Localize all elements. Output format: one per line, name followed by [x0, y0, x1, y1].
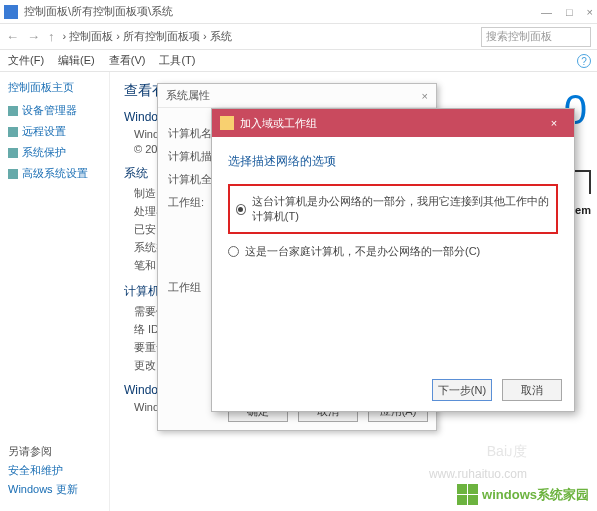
option-label: 这是一台家庭计算机，不是办公网络的一部分(C): [245, 244, 480, 259]
wizard-prompt: 选择描述网络的选项: [228, 153, 558, 170]
site-logo: windows系统家园: [457, 484, 589, 505]
back-button[interactable]: ←: [6, 29, 19, 44]
sidebar-item-label: 远程设置: [22, 124, 66, 139]
watermark-baidu: Baiᴊ度: [487, 443, 527, 461]
menu-view[interactable]: 查看(V): [109, 53, 146, 68]
app-icon: [4, 5, 18, 19]
option-home-computer[interactable]: 这是一台家庭计算机，不是办公网络的一部分(C): [228, 244, 558, 259]
watermark-url: www.ruhaituo.com: [429, 467, 527, 481]
control-panel-home-link[interactable]: 控制面板主页: [8, 80, 101, 95]
menu-file[interactable]: 文件(F): [8, 53, 44, 68]
next-button[interactable]: 下一步(N): [432, 379, 492, 401]
window-title: 控制面板\所有控制面板项\系统: [24, 4, 173, 19]
dialog-title: 加入域或工作组: [240, 116, 317, 131]
dialog-title: 系统属性: [166, 88, 210, 103]
dialog-close-icon[interactable]: ×: [542, 117, 566, 129]
left-sidebar: 控制面板主页 设备管理器 远程设置 系统保护 高级系统设置 另请参阅 安全和维护…: [0, 72, 110, 511]
sidebar-item-protection[interactable]: 系统保护: [8, 145, 101, 160]
cancel-button[interactable]: 取消: [502, 379, 562, 401]
option-office-network[interactable]: 这台计算机是办公网络的一部分，我用它连接到其他工作中的计算机(T): [236, 194, 550, 224]
highlight-box: 这台计算机是办公网络的一部分，我用它连接到其他工作中的计算机(T): [228, 184, 558, 234]
link-security[interactable]: 安全和维护: [8, 463, 78, 478]
radio-icon: [236, 204, 246, 215]
menu-tools[interactable]: 工具(T): [159, 53, 195, 68]
site-logo-text: windows系统家园: [482, 486, 589, 504]
nav-toolbar: ← → ↑ › 控制面板 › 所有控制面板项 › 系统 搜索控制面板: [0, 24, 597, 50]
sidebar-item-advanced[interactable]: 高级系统设置: [8, 166, 101, 181]
search-input[interactable]: 搜索控制面板: [481, 27, 591, 47]
dialog-close-icon[interactable]: ×: [422, 90, 428, 102]
option-label: 这台计算机是办公网络的一部分，我用它连接到其他工作中的计算机(T): [252, 194, 550, 224]
sidebar-item-label: 高级系统设置: [22, 166, 88, 181]
wizard-icon: [220, 116, 234, 130]
menu-bar: 文件(F) 编辑(E) 查看(V) 工具(T): [0, 50, 597, 72]
sidebar-item-remote[interactable]: 远程设置: [8, 124, 101, 139]
sidebar-item-device-manager[interactable]: 设备管理器: [8, 103, 101, 118]
link-windows-update[interactable]: Windows 更新: [8, 482, 78, 497]
sidebar-item-label: 设备管理器: [22, 103, 77, 118]
sidebar-item-label: 系统保护: [22, 145, 66, 160]
minimize-button[interactable]: —: [541, 6, 552, 18]
join-domain-wizard-dialog: 加入域或工作组 × 选择描述网络的选项 这台计算机是办公网络的一部分，我用它连接…: [211, 108, 575, 412]
breadcrumb[interactable]: › 控制面板 › 所有控制面板项 › 系统: [63, 29, 474, 44]
windows-logo-icon: [457, 484, 478, 505]
help-icon[interactable]: ?: [577, 54, 591, 68]
up-button[interactable]: ↑: [48, 29, 55, 44]
window-titlebar: 控制面板\所有控制面板项\系统 — □ ×: [0, 0, 597, 24]
radio-icon: [228, 246, 239, 257]
maximize-button[interactable]: □: [566, 6, 573, 18]
see-also-header: 另请参阅: [8, 444, 78, 459]
close-button[interactable]: ×: [587, 6, 593, 18]
forward-button[interactable]: →: [27, 29, 40, 44]
menu-edit[interactable]: 编辑(E): [58, 53, 95, 68]
